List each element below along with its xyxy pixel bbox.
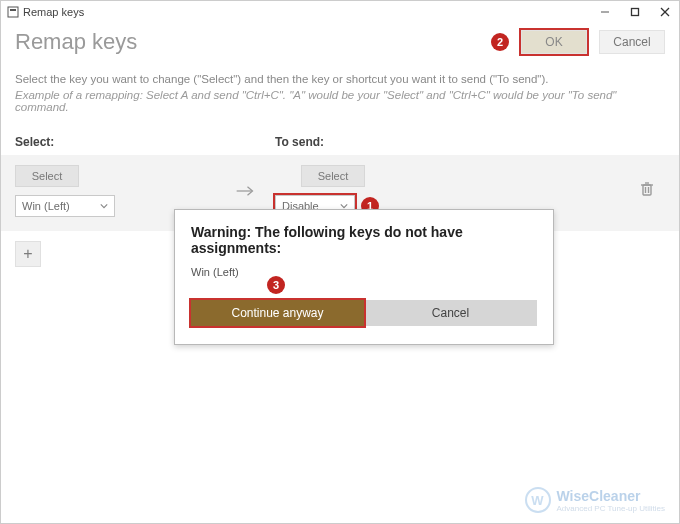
select-key-dropdown[interactable]: Win (Left) [15, 195, 115, 217]
column-header-select: Select: [15, 135, 215, 149]
add-remap-button[interactable]: + [15, 241, 41, 267]
svg-rect-0 [8, 7, 18, 17]
maps-to-arrow [215, 184, 275, 198]
close-button[interactable] [655, 2, 675, 22]
watermark-icon: W [525, 487, 551, 513]
dialog-cancel-button[interactable]: Cancel [364, 300, 537, 326]
tosend-select-button[interactable]: Select [301, 165, 365, 187]
page-title: Remap keys [15, 29, 137, 55]
header-actions: 2 OK Cancel [491, 30, 665, 54]
cancel-button[interactable]: Cancel [599, 30, 665, 54]
instructions: Select the key you want to change ("Sele… [1, 65, 679, 113]
instructions-line-1: Select the key you want to change ("Sele… [15, 73, 665, 85]
watermark: W WiseCleaner Advanced PC Tune-up Utilit… [525, 487, 666, 513]
app-icon [7, 6, 19, 18]
svg-rect-1 [10, 9, 16, 11]
column-header-tosend: To send: [275, 135, 535, 149]
annotation-badge-3: 3 [267, 276, 285, 294]
chevron-down-icon [100, 202, 108, 210]
maximize-button[interactable] [625, 2, 645, 22]
column-headers: Select: To send: [1, 117, 679, 155]
annotation-badge-2: 2 [491, 33, 509, 51]
trash-icon [639, 181, 655, 197]
continue-anyway-button[interactable]: Continue anyway [191, 300, 364, 326]
minimize-button[interactable] [595, 2, 615, 22]
select-key-button[interactable]: Select [15, 165, 79, 187]
arrow-right-icon [235, 184, 255, 198]
warning-dialog-body: Win (Left) [191, 266, 537, 278]
watermark-tagline: Advanced PC Tune-up Utilities [557, 504, 666, 513]
watermark-brand: WiseCleaner [557, 488, 641, 504]
delete-row-button[interactable] [639, 181, 655, 201]
ok-button[interactable]: OK [521, 30, 587, 54]
svg-rect-3 [632, 9, 639, 16]
instructions-line-2: Example of a remapping: Select A and sen… [15, 89, 665, 113]
header: Remap keys 2 OK Cancel [1, 23, 679, 65]
warning-dialog: Warning: The following keys do not have … [174, 209, 554, 345]
warning-dialog-title: Warning: The following keys do not have … [191, 224, 537, 256]
titlebar: Remap keys [1, 1, 679, 23]
select-key-dropdown-value: Win (Left) [22, 200, 70, 212]
window-title: Remap keys [23, 6, 84, 18]
svg-rect-7 [643, 185, 651, 195]
